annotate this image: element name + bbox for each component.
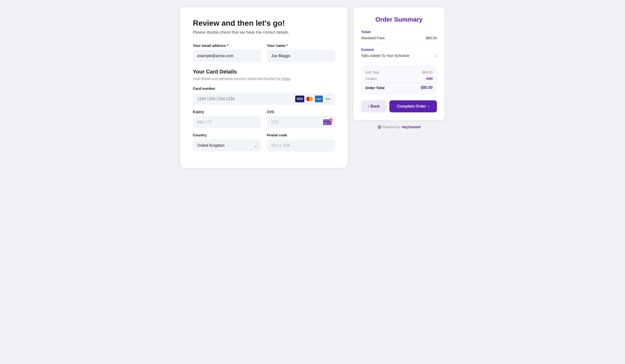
mastercard-icon bbox=[305, 95, 314, 102]
ticket-line: Standard Pass $80.00 bbox=[361, 36, 437, 40]
svg-rect-2 bbox=[325, 123, 327, 123]
powered-by-text: Powered by bbox=[383, 125, 401, 129]
country-postal-row: Country United Kingdom United States Can… bbox=[193, 133, 335, 152]
complete-order-button[interactable]: Complete Order › bbox=[389, 100, 437, 112]
email-label: Your email address * bbox=[193, 43, 261, 48]
cvc-badge: 135 bbox=[329, 118, 333, 122]
card-section: Your Card Details Card details and payme… bbox=[193, 69, 335, 152]
totals-box: Sub Total $80.00 Coupon Add Order Total … bbox=[361, 65, 437, 95]
content-section-label: Content bbox=[361, 48, 437, 52]
page-subtitle: Please double check that we have the cor… bbox=[193, 30, 335, 35]
order-total-line: Order Total $80.00 bbox=[365, 83, 433, 90]
cvc-label: CVC bbox=[267, 110, 335, 114]
country-label: Country bbox=[193, 133, 261, 137]
divider-2 bbox=[361, 61, 437, 62]
card-icons: VISA AMEX ⊙etc bbox=[295, 95, 332, 102]
postal-group: Postal code bbox=[267, 133, 335, 152]
coupon-add-link[interactable]: Add bbox=[426, 77, 433, 80]
ticket-section-label: Ticket bbox=[361, 30, 437, 34]
cvc-card-icon: 135 bbox=[323, 119, 332, 125]
content-line: Talks Added To Your Schedule 1 bbox=[361, 54, 437, 58]
subtotal-amount: $80.00 bbox=[422, 70, 433, 74]
svg-rect-1 bbox=[324, 121, 330, 122]
main-panel: Review and then let's go! Please double … bbox=[180, 7, 347, 168]
coupon-label: Coupon bbox=[365, 77, 377, 80]
country-group: Country United Kingdom United States Can… bbox=[193, 133, 261, 152]
page-title: Review and then let's go! bbox=[193, 19, 335, 28]
email-field-group: Your email address * bbox=[193, 43, 261, 62]
coupon-line: Coupon Add bbox=[365, 77, 433, 80]
name-input[interactable] bbox=[267, 50, 335, 62]
name-field-group: Your name * bbox=[267, 43, 335, 62]
card-section-title: Your Card Details bbox=[193, 69, 335, 75]
ticket-price: $80.00 bbox=[426, 36, 437, 40]
country-select[interactable]: United Kingdom United States Canada Aust… bbox=[193, 140, 261, 151]
power-icon: ⏻ bbox=[377, 125, 381, 129]
ticket-name: Standard Pass bbox=[361, 36, 385, 40]
postal-input[interactable] bbox=[267, 140, 335, 152]
subtotal-line: Sub Total $80.00 bbox=[365, 70, 433, 74]
email-input[interactable] bbox=[193, 50, 261, 62]
order-summary-card: Order Summary Ticket Standard Pass $80.0… bbox=[353, 7, 445, 120]
page-wrapper: Review and then let's go! Please double … bbox=[180, 7, 445, 168]
card-number-label: Card number bbox=[193, 87, 335, 91]
card-section-subtitle: Card details and payments securely store… bbox=[193, 77, 335, 81]
order-total-label: Order Total bbox=[365, 86, 385, 90]
subtotal-label: Sub Total bbox=[365, 70, 379, 74]
back-chevron-icon: ‹ bbox=[368, 104, 369, 109]
brand-name: HeySummit bbox=[402, 125, 420, 129]
powered-by: ⏻ Powered by HeySummit bbox=[353, 125, 445, 129]
content-name: Talks Added To Your Schedule bbox=[361, 54, 409, 58]
content-count: 1 bbox=[435, 54, 437, 58]
divider-1 bbox=[361, 44, 437, 44]
country-select-wrapper: United Kingdom United States Canada Aust… bbox=[193, 140, 261, 152]
action-row: ‹ Back Complete Order › bbox=[361, 100, 437, 112]
expiry-group: Expiry bbox=[193, 110, 261, 128]
sidebar: Order Summary Ticket Standard Pass $80.0… bbox=[353, 7, 445, 168]
cvc-wrapper: 135 bbox=[267, 116, 335, 128]
postal-label: Postal code bbox=[267, 133, 335, 137]
expiry-input[interactable] bbox=[193, 116, 261, 128]
complete-chevron-icon: › bbox=[428, 104, 429, 109]
amex-icon: AMEX bbox=[315, 95, 323, 102]
expiry-cvc-row: Expiry CVC 135 bbox=[193, 110, 335, 128]
expiry-label: Expiry bbox=[193, 110, 261, 114]
personal-info-row: Your email address * Your name * bbox=[193, 43, 335, 62]
name-label: Your name * bbox=[267, 43, 335, 48]
order-total-amount: $80.00 bbox=[421, 86, 433, 90]
order-summary-title: Order Summary bbox=[361, 16, 437, 23]
card-number-group: Card number VISA AMEX ⊙etc bbox=[193, 87, 335, 105]
cvc-group: CVC 135 bbox=[267, 110, 335, 128]
card-number-wrapper: VISA AMEX ⊙etc bbox=[193, 93, 335, 105]
back-button[interactable]: ‹ Back bbox=[361, 100, 386, 112]
etc-icon: ⊙etc bbox=[324, 95, 332, 102]
visa-icon: VISA bbox=[295, 95, 304, 102]
stripe-link[interactable]: Stripe bbox=[281, 77, 290, 81]
